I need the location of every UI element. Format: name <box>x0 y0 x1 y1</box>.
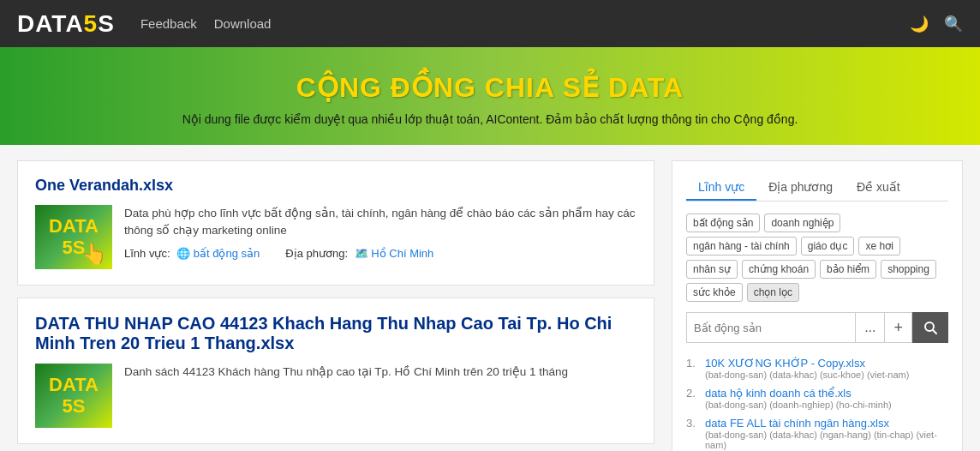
banner-title: CỘNG ĐỒNG CHIA SẺ DATA <box>17 71 963 104</box>
search-row: ... + <box>686 312 948 343</box>
search-icon[interactable]: 🔍 <box>944 15 963 33</box>
card-2-thumb-text: DATA 5S <box>49 375 99 416</box>
search-plus-button[interactable]: + <box>885 312 912 343</box>
card-2-thumb: DATA 5S <box>35 364 112 428</box>
linh-vuc-label: Lĩnh vực: <box>124 247 170 260</box>
tab-row: Lĩnh vực Địa phương Đề xuất <box>686 175 948 201</box>
rank-content-2: data hộ kinh doanh cá thể.xls (bat-dong-… <box>705 387 948 410</box>
sidebar-card: Lĩnh vực Địa phương Đề xuất bất động sản… <box>672 160 963 451</box>
card-1-desc: Data phù hợp cho lĩnh vực bất động sản, … <box>124 205 636 240</box>
logo-s: S <box>98 10 115 37</box>
tag-ngan-hang[interactable]: ngân hàng - tài chính <box>686 237 797 256</box>
card-1-linh-vuc: Lĩnh vực: 🌐 bất động sản <box>124 247 260 260</box>
card-1: One Verandah.xlsx DATA 5S 👆 Data phù hợp… <box>17 160 654 286</box>
svg-line-1 <box>933 330 936 334</box>
tag-bat-dong-san[interactable]: bất động sản <box>686 213 760 232</box>
card-1-dia-phuong: Địa phương: 🗺️ Hồ Chí Minh <box>285 247 433 260</box>
tag-giao-duc[interactable]: giáo dục <box>801 237 855 256</box>
rank-num-1: 1. <box>686 357 700 380</box>
card-2-title[interactable]: DATA THU NHAP CAO 44123 Khach Hang Thu N… <box>35 314 636 353</box>
rank-title-3[interactable]: data FE ALL tài chính ngân hàng.xlsx <box>705 417 948 430</box>
card-1-body: DATA 5S 👆 Data phù hợp cho lĩnh vực bất … <box>35 205 636 269</box>
main-content: One Verandah.xlsx DATA 5S 👆 Data phù hợp… <box>0 145 980 451</box>
tag-shopping[interactable]: shopping <box>881 260 936 279</box>
rank-tags-3: (bat-dong-san) (data-khac) (ngan-hang) (… <box>705 430 948 450</box>
dia-phuong-value[interactable]: Hồ Chí Minh <box>371 247 433 260</box>
ranked-item-2: 2. data hộ kinh doanh cá thể.xls (bat-do… <box>686 387 948 410</box>
search-input[interactable] <box>686 312 856 343</box>
rank-title-2[interactable]: data hộ kinh doanh cá thể.xls <box>705 387 948 400</box>
tab-linh-vuc[interactable]: Lĩnh vực <box>686 175 756 201</box>
search-dots: ... <box>856 312 885 343</box>
rank-num-3: 3. <box>686 417 700 450</box>
ranked-item-3: 3. data FE ALL tài chính ngân hàng.xlsx … <box>686 417 948 450</box>
card-2-body: DATA 5S Danh sách 44123 Khách hàng Thu n… <box>35 364 636 428</box>
card-1-title[interactable]: One Verandah.xlsx <box>35 177 636 195</box>
rank-content-3: data FE ALL tài chính ngân hàng.xlsx (ba… <box>705 417 948 450</box>
header: DATA5S Feedback Download 🌙 🔍 <box>0 0 980 47</box>
header-icons: 🌙 🔍 <box>910 15 963 33</box>
nav-download[interactable]: Download <box>214 16 272 31</box>
banner: CỘNG ĐỒNG CHIA SẺ DATA Nội dung file đượ… <box>0 47 980 145</box>
rank-title-1[interactable]: 10K XƯƠNG KHỚP - Copy.xlsx <box>705 357 948 370</box>
search-button[interactable] <box>912 312 948 343</box>
rank-tags-1: (bat-dong-san) (data-khac) (suc-khoe) (v… <box>705 370 948 380</box>
card-2-desc: Danh sách 44123 Khách hàng Thu nhập cao … <box>124 364 636 381</box>
rank-num-2: 2. <box>686 387 700 410</box>
banner-subtitle: Nội dung file được kiểm duyệt qua nhiều … <box>17 112 963 126</box>
tab-dia-phuong[interactable]: Địa phương <box>756 175 845 201</box>
logo-data: DATA <box>17 10 84 37</box>
tag-bao-hiem[interactable]: bảo hiểm <box>820 260 876 279</box>
dark-mode-icon[interactable]: 🌙 <box>910 15 929 33</box>
tags-container: bất động sản doanh nghiệp ngân hàng - tà… <box>686 213 948 302</box>
card-1-meta: Lĩnh vực: 🌐 bất động sản Địa phương: 🗺️ … <box>124 247 636 260</box>
tag-chung-khoan[interactable]: chứng khoán <box>742 260 816 279</box>
ranked-list: 1. 10K XƯƠNG KHỚP - Copy.xlsx (bat-dong-… <box>686 357 948 450</box>
rank-content-1: 10K XƯƠNG KHỚP - Copy.xlsx (bat-dong-san… <box>705 357 948 380</box>
card-2: DATA THU NHAP CAO 44123 Khach Hang Thu N… <box>17 298 654 444</box>
rank-tags-2: (bat-dong-san) (doanh-nghiep) (ho-chi-mi… <box>705 400 948 410</box>
dia-phuong-label: Địa phương: <box>285 247 348 260</box>
right-column: Lĩnh vực Địa phương Đề xuất bất động sản… <box>672 160 963 451</box>
logo[interactable]: DATA5S <box>17 10 115 38</box>
card-1-thumb-icon: 👆 <box>81 242 107 266</box>
card-1-info: Data phù hợp cho lĩnh vực bất động sản, … <box>124 205 636 260</box>
linh-vuc-value[interactable]: bất động sản <box>194 247 260 260</box>
left-column: One Verandah.xlsx DATA 5S 👆 Data phù hợp… <box>17 160 654 451</box>
tag-suc-khoe[interactable]: sức khỏe <box>686 283 743 302</box>
card-1-thumb: DATA 5S 👆 <box>35 205 112 269</box>
logo-number: 5 <box>84 10 99 37</box>
ranked-item-1: 1. 10K XƯƠNG KHỚP - Copy.xlsx (bat-dong-… <box>686 357 948 380</box>
search-icon <box>923 321 937 334</box>
tag-chon-loc[interactable]: chọn lọc <box>747 283 799 302</box>
tab-de-xuat[interactable]: Đề xuất <box>845 175 912 201</box>
nav-feedback[interactable]: Feedback <box>140 16 197 31</box>
tag-nhan-su[interactable]: nhân sự <box>686 260 738 279</box>
tag-xe-hoi[interactable]: xe hơi <box>858 237 899 256</box>
tag-doanh-nghiep[interactable]: doanh nghiệp <box>764 213 840 232</box>
